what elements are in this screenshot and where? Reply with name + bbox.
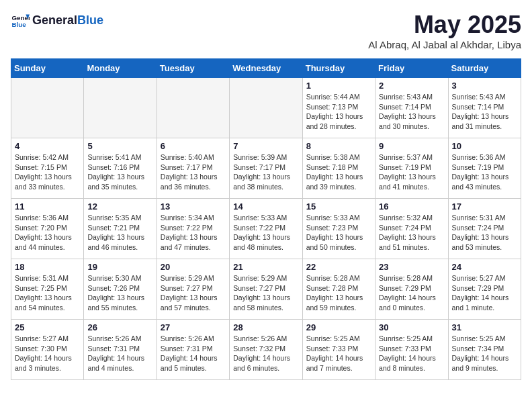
day-number: 22 [306,262,371,272]
day-number: 1 [306,81,371,91]
calendar-cell: 12Sunrise: 5:35 AM Sunset: 7:21 PM Dayli… [84,199,157,259]
calendar-cell: 25Sunrise: 5:27 AM Sunset: 7:30 PM Dayli… [11,320,84,380]
day-info: Sunrise: 5:33 AM Sunset: 7:23 PM Dayligh… [306,213,371,253]
calendar-cell: 7Sunrise: 5:39 AM Sunset: 7:17 PM Daylig… [230,138,302,199]
calendar-week-row: 1Sunrise: 5:44 AM Sunset: 7:13 PM Daylig… [11,78,521,138]
day-number: 29 [306,322,371,332]
day-number: 20 [161,262,226,272]
calendar-table: SundayMondayTuesdayWednesdayThursdayFrid… [11,58,521,380]
calendar-week-row: 4Sunrise: 5:42 AM Sunset: 7:15 PM Daylig… [11,138,521,199]
calendar-cell [230,78,302,138]
calendar-cell: 6Sunrise: 5:40 AM Sunset: 7:17 PM Daylig… [157,138,229,199]
day-info: Sunrise: 5:43 AM Sunset: 7:14 PM Dayligh… [452,92,517,132]
calendar-cell: 23Sunrise: 5:28 AM Sunset: 7:29 PM Dayli… [375,259,448,320]
day-number: 18 [15,262,80,272]
day-info: Sunrise: 5:42 AM Sunset: 7:15 PM Dayligh… [15,152,80,192]
calendar-week-row: 18Sunrise: 5:31 AM Sunset: 7:25 PM Dayli… [11,259,521,320]
day-number: 12 [87,201,152,212]
calendar-cell: 5Sunrise: 5:41 AM Sunset: 7:16 PM Daylig… [84,138,157,199]
day-info: Sunrise: 5:39 AM Sunset: 7:17 PM Dayligh… [233,152,298,192]
day-number: 3 [452,81,517,91]
calendar-cell: 8Sunrise: 5:38 AM Sunset: 7:18 PM Daylig… [302,138,375,199]
calendar-cell: 1Sunrise: 5:44 AM Sunset: 7:13 PM Daylig… [302,78,375,138]
day-info: Sunrise: 5:40 AM Sunset: 7:17 PM Dayligh… [161,152,226,192]
logo-blue-text: Blue [77,13,103,27]
weekday-header-monday: Monday [84,59,157,78]
day-info: Sunrise: 5:36 AM Sunset: 7:19 PM Dayligh… [452,152,517,192]
calendar-cell: 4Sunrise: 5:42 AM Sunset: 7:15 PM Daylig… [11,138,84,199]
calendar-cell: 19Sunrise: 5:30 AM Sunset: 7:26 PM Dayli… [84,259,157,320]
day-info: Sunrise: 5:28 AM Sunset: 7:29 PM Dayligh… [379,273,444,313]
calendar-cell: 15Sunrise: 5:33 AM Sunset: 7:23 PM Dayli… [302,199,375,259]
day-number: 30 [379,322,444,332]
day-info: Sunrise: 5:25 AM Sunset: 7:33 PM Dayligh… [379,334,444,373]
calendar-cell: 24Sunrise: 5:27 AM Sunset: 7:29 PM Dayli… [448,259,521,320]
day-info: Sunrise: 5:31 AM Sunset: 7:25 PM Dayligh… [15,273,80,313]
day-info: Sunrise: 5:29 AM Sunset: 7:27 PM Dayligh… [233,273,298,313]
logo: General Blue GeneralBlue [11,11,103,30]
day-info: Sunrise: 5:25 AM Sunset: 7:34 PM Dayligh… [452,334,517,373]
day-number: 4 [15,141,80,151]
day-number: 19 [87,262,152,272]
calendar-cell: 3Sunrise: 5:43 AM Sunset: 7:14 PM Daylig… [448,78,521,138]
svg-text:Blue: Blue [11,21,26,28]
weekday-header-sunday: Sunday [11,59,84,78]
weekday-header-thursday: Thursday [302,59,375,78]
calendar-cell [11,78,84,138]
day-number: 16 [379,201,444,212]
month-title: May 2025 [368,11,521,39]
weekday-header-wednesday: Wednesday [230,59,302,78]
calendar-cell: 21Sunrise: 5:29 AM Sunset: 7:27 PM Dayli… [230,259,302,320]
header: General Blue GeneralBlue May 2025 Al Abr… [11,11,521,50]
day-number: 28 [233,322,298,332]
day-info: Sunrise: 5:28 AM Sunset: 7:28 PM Dayligh… [306,273,371,313]
day-info: Sunrise: 5:27 AM Sunset: 7:29 PM Dayligh… [452,273,517,313]
calendar-cell: 31Sunrise: 5:25 AM Sunset: 7:34 PM Dayli… [448,320,521,380]
day-number: 25 [15,322,80,332]
day-number: 5 [87,141,152,151]
day-info: Sunrise: 5:35 AM Sunset: 7:21 PM Dayligh… [87,213,152,253]
day-info: Sunrise: 5:44 AM Sunset: 7:13 PM Dayligh… [306,92,371,132]
day-number: 21 [233,262,298,272]
day-number: 31 [452,322,517,332]
day-info: Sunrise: 5:30 AM Sunset: 7:26 PM Dayligh… [87,273,152,313]
calendar-cell [157,78,229,138]
calendar-cell: 27Sunrise: 5:26 AM Sunset: 7:31 PM Dayli… [157,320,229,380]
day-number: 15 [306,201,371,212]
day-info: Sunrise: 5:36 AM Sunset: 7:20 PM Dayligh… [15,213,80,253]
day-info: Sunrise: 5:37 AM Sunset: 7:19 PM Dayligh… [379,152,444,192]
day-number: 6 [161,141,226,151]
calendar-cell: 17Sunrise: 5:31 AM Sunset: 7:24 PM Dayli… [448,199,521,259]
day-info: Sunrise: 5:33 AM Sunset: 7:22 PM Dayligh… [233,213,298,253]
calendar-cell: 2Sunrise: 5:43 AM Sunset: 7:14 PM Daylig… [375,78,448,138]
day-number: 27 [161,322,226,332]
day-number: 10 [452,141,517,151]
logo-icon: General Blue [11,11,30,30]
day-number: 17 [452,201,517,212]
title-area: May 2025 Al Abraq, Al Jabal al Akhdar, L… [368,11,521,50]
calendar-cell: 10Sunrise: 5:36 AM Sunset: 7:19 PM Dayli… [448,138,521,199]
calendar-cell: 30Sunrise: 5:25 AM Sunset: 7:33 PM Dayli… [375,320,448,380]
day-number: 14 [233,201,298,212]
day-info: Sunrise: 5:27 AM Sunset: 7:30 PM Dayligh… [15,334,80,373]
weekday-header-friday: Friday [375,59,448,78]
day-info: Sunrise: 5:29 AM Sunset: 7:27 PM Dayligh… [161,273,226,313]
day-info: Sunrise: 5:26 AM Sunset: 7:31 PM Dayligh… [161,334,226,373]
calendar-cell: 22Sunrise: 5:28 AM Sunset: 7:28 PM Dayli… [302,259,375,320]
day-number: 24 [452,262,517,272]
weekday-header-saturday: Saturday [448,59,521,78]
day-number: 11 [15,201,80,212]
calendar-cell: 14Sunrise: 5:33 AM Sunset: 7:22 PM Dayli… [230,199,302,259]
weekday-header-row: SundayMondayTuesdayWednesdayThursdayFrid… [11,59,521,78]
day-info: Sunrise: 5:26 AM Sunset: 7:31 PM Dayligh… [87,334,152,373]
calendar-week-row: 25Sunrise: 5:27 AM Sunset: 7:30 PM Dayli… [11,320,521,380]
day-info: Sunrise: 5:32 AM Sunset: 7:24 PM Dayligh… [379,213,444,253]
calendar-cell: 13Sunrise: 5:34 AM Sunset: 7:22 PM Dayli… [157,199,229,259]
day-info: Sunrise: 5:38 AM Sunset: 7:18 PM Dayligh… [306,152,371,192]
day-number: 26 [87,322,152,332]
calendar-cell [84,78,157,138]
day-number: 7 [233,141,298,151]
logo-general-text: General [32,13,77,27]
calendar-cell: 28Sunrise: 5:26 AM Sunset: 7:32 PM Dayli… [230,320,302,380]
weekday-header-tuesday: Tuesday [157,59,229,78]
